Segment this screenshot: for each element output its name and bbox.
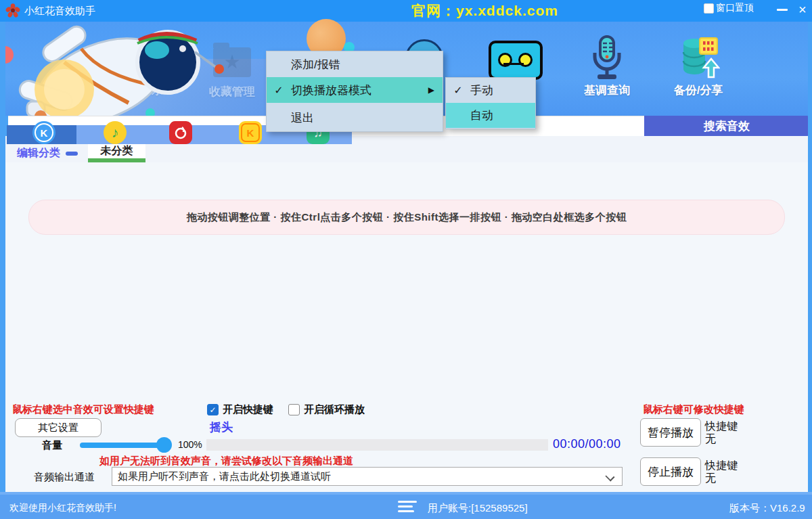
player-mode-submenu: ✓ 手动 自动 [445, 77, 536, 129]
kugou-music-icon[interactable]: K [32, 121, 55, 144]
stop-button[interactable]: 停止播放 [640, 457, 701, 486]
playback-time: 00:00/00:00 [553, 437, 621, 451]
app-window: 小红花音效助手 官网：yx.xddck.com 窗口置顶 × 背景音乐 ★ 收藏… [0, 0, 812, 519]
enable-hotkey-label: 开启快捷键 [223, 403, 273, 416]
tab-uncategorized[interactable]: 未分类 [88, 144, 145, 158]
astronaut-mascot-image [0, 22, 244, 120]
close-button[interactable]: × [798, 1, 807, 18]
drag-handle-icon [66, 152, 78, 156]
toolbar-item-backup-share[interactable]: 备份/分享 [661, 35, 736, 98]
welcome-text: 欢迎使用小红花音效助手! [9, 502, 116, 514]
status-bar: 欢迎使用小红花音效助手! 用户账号:[152589525] 版本号：V16.2.… [0, 492, 812, 519]
volume-label: 音量 [42, 439, 62, 452]
pause-button[interactable]: 暂停播放 [640, 418, 701, 447]
audio-channel-dropdown[interactable]: 如果用户听不到声音，请点击此处切换通道试听 [112, 467, 623, 486]
context-menu: 添加/报错 ✓ 切换播放器模式 ▶ 退出 [266, 51, 443, 132]
submenu-arrow-icon: ▶ [428, 85, 434, 95]
microphone-icon [587, 35, 627, 80]
menu-item-add-report[interactable]: 添加/报错 [267, 51, 443, 77]
check-icon: ✓ [446, 84, 470, 97]
audio-channel-warning: 如用户无法听到音效声音，请尝试修改以下音频输出通道 [99, 455, 353, 468]
volume-value: 100% [178, 439, 202, 450]
chevron-down-icon [605, 472, 614, 481]
submenu-item-auto[interactable]: 自动 [446, 103, 535, 128]
hotkey-hint-left: 鼠标右键选中音效可设置快捷键 [12, 403, 154, 416]
stop-hotkey-info: 快捷键 无 [705, 459, 738, 484]
other-settings-button[interactable]: 其它设置 [15, 418, 102, 437]
qq-music-icon[interactable]: ♪ [104, 121, 127, 144]
loop-play-label: 开启循环播放 [304, 403, 365, 416]
kuwo-music-icon[interactable]: K [239, 121, 262, 144]
pin-window-label: 窗口置顶 [716, 2, 754, 14]
checkbox-checked-icon[interactable]: ✓ [207, 404, 219, 415]
window-border-right [808, 22, 812, 492]
backup-database-icon [677, 35, 720, 80]
menu-item-exit[interactable]: 退出 [267, 104, 443, 131]
playback-progress-bar[interactable] [206, 439, 548, 451]
pin-window-checkbox[interactable]: 窗口置顶 [704, 2, 754, 14]
minimize-button[interactable] [777, 9, 788, 11]
version-text: 版本号：V16.2.9 [729, 502, 805, 515]
menu-hamburger-icon[interactable] [398, 501, 417, 515]
edit-category-label: 编辑分类 [17, 146, 60, 160]
audio-channel-label: 音频输出通道 [34, 471, 95, 484]
check-icon: ✓ [267, 84, 291, 97]
volume-slider-thumb[interactable] [156, 437, 172, 453]
current-sound-name[interactable]: 摇头 [210, 420, 233, 435]
netease-music-icon[interactable] [169, 121, 192, 144]
netease-note-glyph [173, 125, 188, 140]
search-button[interactable]: 搜索音效 [644, 116, 809, 136]
hint-banner: 拖动按钮调整位置 · 按住Ctrl点击多个按钮 · 按住Shift选择一排按钮 … [28, 200, 785, 235]
toolbar-item-key-query[interactable]: 基调查询 [570, 35, 644, 98]
audio-channel-value: 如果用户听不到声音，请点击此处切换通道试听 [118, 470, 331, 483]
enable-hotkey-checkbox[interactable]: ✓ 开启快捷键 [207, 403, 273, 416]
official-website-text[interactable]: 官网：yx.xddck.com [411, 1, 558, 20]
player-mode-cassette-icon[interactable] [489, 41, 543, 80]
submenu-item-manual[interactable]: ✓ 手动 [446, 78, 535, 103]
title-bar: 小红花音效助手 官网：yx.xddck.com 窗口置顶 × [0, 0, 812, 22]
checkbox-icon[interactable] [704, 3, 714, 14]
flower-logo-icon [5, 3, 20, 18]
window-title: 小红花音效助手 [24, 5, 95, 18]
loop-play-checkbox[interactable]: 开启循环播放 [288, 403, 365, 416]
window-border-left [0, 22, 5, 492]
menu-item-switch-player-mode[interactable]: ✓ 切换播放器模式 ▶ [267, 77, 443, 103]
edit-category-control[interactable]: 编辑分类 [17, 146, 78, 160]
pause-hotkey-info: 快捷键 无 [705, 420, 738, 445]
checkbox-unchecked-icon[interactable] [288, 404, 300, 415]
hotkey-hint-right: 鼠标右键可修改快捷键 [643, 403, 744, 416]
account-text: 用户账号:[152589525] [428, 502, 528, 515]
